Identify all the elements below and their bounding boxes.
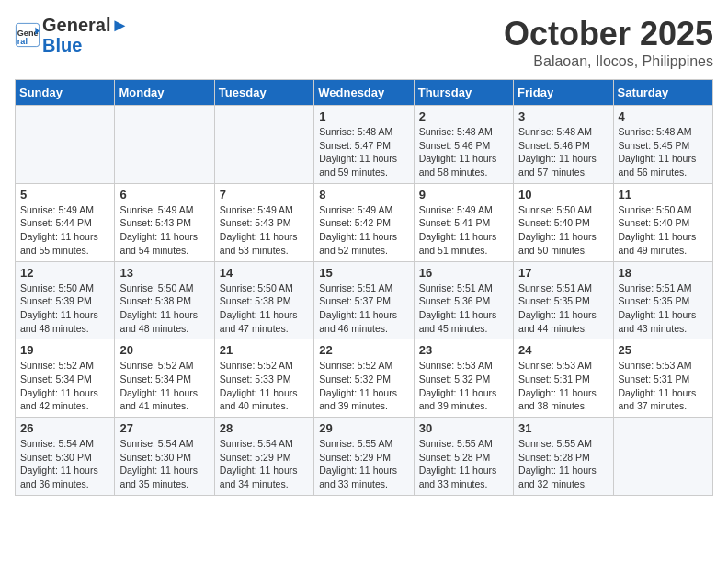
day-number: 30 <box>419 421 508 435</box>
month-title: October 2025 <box>504 15 713 53</box>
day-number: 2 <box>419 109 508 123</box>
day-number: 8 <box>319 188 408 201</box>
title-block: October 2025 Balaoan, Ilocos, Philippine… <box>504 15 713 70</box>
calendar-cell: 21Sunrise: 5:52 AM Sunset: 5:33 PM Dayli… <box>214 339 313 418</box>
weekday-header: Friday <box>514 80 613 106</box>
day-number: 13 <box>119 266 209 280</box>
location: Balaoan, Ilocos, Philippines <box>504 53 713 70</box>
cell-content: Sunrise: 5:49 AM Sunset: 5:43 PM Dayligh… <box>220 203 309 258</box>
cell-content: Sunrise: 5:48 AM Sunset: 5:45 PM Dayligh… <box>619 125 708 179</box>
calendar-cell: 17Sunrise: 5:51 AM Sunset: 5:35 PM Dayli… <box>514 261 613 339</box>
cell-content: Sunrise: 5:51 AM Sunset: 5:35 PM Dayligh… <box>619 282 708 336</box>
cell-content: Sunrise: 5:48 AM Sunset: 5:46 PM Dayligh… <box>419 125 508 179</box>
day-number: 28 <box>220 421 309 435</box>
cell-content: Sunrise: 5:49 AM Sunset: 5:41 PM Dayligh… <box>419 203 508 258</box>
cell-content: Sunrise: 5:50 AM Sunset: 5:40 PM Dayligh… <box>518 203 608 258</box>
cell-content: Sunrise: 5:50 AM Sunset: 5:38 PM Dayligh… <box>220 282 309 336</box>
day-number: 12 <box>20 266 109 280</box>
cell-content: Sunrise: 5:55 AM Sunset: 5:28 PM Dayligh… <box>518 437 608 491</box>
day-number: 4 <box>619 109 708 123</box>
cell-content: Sunrise: 5:52 AM Sunset: 5:34 PM Dayligh… <box>20 359 109 413</box>
day-number: 3 <box>518 109 608 123</box>
cell-content: Sunrise: 5:50 AM Sunset: 5:39 PM Dayligh… <box>20 282 109 336</box>
calendar-cell: 29Sunrise: 5:55 AM Sunset: 5:29 PM Dayli… <box>314 418 414 496</box>
calendar-cell: 28Sunrise: 5:54 AM Sunset: 5:29 PM Dayli… <box>214 418 313 496</box>
calendar-cell: 6Sunrise: 5:49 AM Sunset: 5:43 PM Daylig… <box>115 183 214 261</box>
calendar-cell <box>16 106 115 184</box>
day-number: 21 <box>220 343 309 357</box>
calendar-cell: 11Sunrise: 5:50 AM Sunset: 5:40 PM Dayli… <box>613 183 712 261</box>
day-number: 5 <box>20 188 109 201</box>
cell-content: Sunrise: 5:52 AM Sunset: 5:33 PM Dayligh… <box>220 359 309 413</box>
calendar-cell: 8Sunrise: 5:49 AM Sunset: 5:42 PM Daylig… <box>314 183 414 261</box>
cell-content: Sunrise: 5:52 AM Sunset: 5:32 PM Dayligh… <box>319 359 408 413</box>
calendar-cell <box>115 106 214 184</box>
day-number: 23 <box>419 343 508 357</box>
calendar-cell: 5Sunrise: 5:49 AM Sunset: 5:44 PM Daylig… <box>16 183 115 261</box>
cell-content: Sunrise: 5:49 AM Sunset: 5:42 PM Dayligh… <box>319 203 408 258</box>
day-number: 31 <box>518 421 608 435</box>
calendar-cell <box>214 106 313 184</box>
day-number: 14 <box>220 266 309 280</box>
calendar-week-row: 26Sunrise: 5:54 AM Sunset: 5:30 PM Dayli… <box>16 418 713 496</box>
calendar-cell: 26Sunrise: 5:54 AM Sunset: 5:30 PM Dayli… <box>16 418 115 496</box>
weekday-header: Tuesday <box>214 80 313 106</box>
calendar-cell <box>613 418 712 496</box>
calendar-cell: 20Sunrise: 5:52 AM Sunset: 5:34 PM Dayli… <box>115 339 214 418</box>
weekday-header: Thursday <box>414 80 513 106</box>
day-number: 25 <box>619 343 708 357</box>
calendar-header: SundayMondayTuesdayWednesdayThursdayFrid… <box>16 80 713 106</box>
cell-content: Sunrise: 5:51 AM Sunset: 5:37 PM Dayligh… <box>319 282 408 336</box>
day-number: 27 <box>119 421 209 435</box>
day-number: 18 <box>619 266 708 280</box>
calendar-cell: 2Sunrise: 5:48 AM Sunset: 5:46 PM Daylig… <box>414 106 513 184</box>
calendar-cell: 15Sunrise: 5:51 AM Sunset: 5:37 PM Dayli… <box>314 261 414 339</box>
calendar-cell: 3Sunrise: 5:48 AM Sunset: 5:46 PM Daylig… <box>514 106 613 184</box>
logo: Gene ral General► Blue <box>15 15 129 55</box>
cell-content: Sunrise: 5:49 AM Sunset: 5:44 PM Dayligh… <box>20 203 109 258</box>
calendar-cell: 19Sunrise: 5:52 AM Sunset: 5:34 PM Dayli… <box>16 339 115 418</box>
calendar-table: SundayMondayTuesdayWednesdayThursdayFrid… <box>15 79 713 496</box>
calendar-cell: 10Sunrise: 5:50 AM Sunset: 5:40 PM Dayli… <box>514 183 613 261</box>
day-number: 24 <box>518 343 608 357</box>
cell-content: Sunrise: 5:50 AM Sunset: 5:38 PM Dayligh… <box>119 282 209 336</box>
cell-content: Sunrise: 5:55 AM Sunset: 5:29 PM Dayligh… <box>319 437 408 491</box>
day-number: 10 <box>518 188 608 201</box>
calendar-cell: 1Sunrise: 5:48 AM Sunset: 5:47 PM Daylig… <box>314 106 414 184</box>
day-number: 15 <box>319 266 408 280</box>
calendar-cell: 24Sunrise: 5:53 AM Sunset: 5:31 PM Dayli… <box>514 339 613 418</box>
day-number: 9 <box>419 188 508 201</box>
calendar-week-row: 1Sunrise: 5:48 AM Sunset: 5:47 PM Daylig… <box>16 106 713 184</box>
calendar-cell: 16Sunrise: 5:51 AM Sunset: 5:36 PM Dayli… <box>414 261 513 339</box>
calendar-week-row: 5Sunrise: 5:49 AM Sunset: 5:44 PM Daylig… <box>16 183 713 261</box>
cell-content: Sunrise: 5:50 AM Sunset: 5:40 PM Dayligh… <box>619 203 708 258</box>
cell-content: Sunrise: 5:53 AM Sunset: 5:31 PM Dayligh… <box>619 359 708 413</box>
weekday-row: SundayMondayTuesdayWednesdayThursdayFrid… <box>16 80 713 106</box>
cell-content: Sunrise: 5:49 AM Sunset: 5:43 PM Dayligh… <box>119 203 209 258</box>
day-number: 19 <box>20 343 109 357</box>
calendar-cell: 12Sunrise: 5:50 AM Sunset: 5:39 PM Dayli… <box>16 261 115 339</box>
logo-text-blue: Blue <box>42 35 129 55</box>
logo-text-general: General► <box>42 15 129 35</box>
calendar-cell: 7Sunrise: 5:49 AM Sunset: 5:43 PM Daylig… <box>214 183 313 261</box>
day-number: 6 <box>119 188 209 201</box>
calendar-cell: 13Sunrise: 5:50 AM Sunset: 5:38 PM Dayli… <box>115 261 214 339</box>
page-header: Gene ral General► Blue October 2025 Bala… <box>15 15 713 70</box>
day-number: 29 <box>319 421 408 435</box>
day-number: 11 <box>619 188 708 201</box>
weekday-header: Monday <box>115 80 214 106</box>
day-number: 1 <box>319 109 408 123</box>
cell-content: Sunrise: 5:54 AM Sunset: 5:30 PM Dayligh… <box>119 437 209 491</box>
cell-content: Sunrise: 5:52 AM Sunset: 5:34 PM Dayligh… <box>119 359 209 413</box>
calendar-cell: 30Sunrise: 5:55 AM Sunset: 5:28 PM Dayli… <box>414 418 513 496</box>
cell-content: Sunrise: 5:51 AM Sunset: 5:36 PM Dayligh… <box>419 282 508 336</box>
calendar-cell: 18Sunrise: 5:51 AM Sunset: 5:35 PM Dayli… <box>613 261 712 339</box>
day-number: 17 <box>518 266 608 280</box>
calendar-body: 1Sunrise: 5:48 AM Sunset: 5:47 PM Daylig… <box>16 106 713 496</box>
calendar-cell: 25Sunrise: 5:53 AM Sunset: 5:31 PM Dayli… <box>613 339 712 418</box>
cell-content: Sunrise: 5:55 AM Sunset: 5:28 PM Dayligh… <box>419 437 508 491</box>
calendar-cell: 4Sunrise: 5:48 AM Sunset: 5:45 PM Daylig… <box>613 106 712 184</box>
calendar-cell: 27Sunrise: 5:54 AM Sunset: 5:30 PM Dayli… <box>115 418 214 496</box>
cell-content: Sunrise: 5:53 AM Sunset: 5:31 PM Dayligh… <box>518 359 608 413</box>
calendar-cell: 31Sunrise: 5:55 AM Sunset: 5:28 PM Dayli… <box>514 418 613 496</box>
